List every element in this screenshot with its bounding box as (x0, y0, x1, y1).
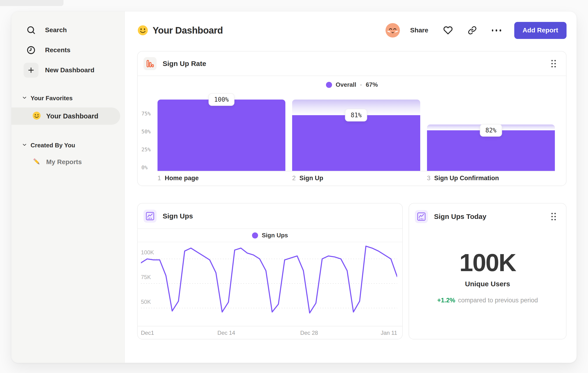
card-header: Sign Up Rate (138, 51, 566, 76)
sidebar-item-recents[interactable]: Recents (11, 43, 125, 58)
step-number: 3 (427, 175, 430, 182)
section-label: Created By You (31, 142, 75, 149)
x-axis-labels: Dec1 Dec 14 Dec 28 Jan 11 (138, 326, 402, 339)
line-chart-icon (144, 210, 157, 223)
funnel-bar-fill (292, 115, 420, 171)
funnel-step-label: 2Sign Up (292, 175, 420, 182)
x-axis-tick: Dec 14 (218, 330, 235, 336)
funnel-bar[interactable]: 81% (292, 100, 420, 171)
main-content: Your Dashboard Share (125, 11, 577, 363)
avatar[interactable] (386, 23, 400, 38)
funnel-step-label: 3Sign Up Confirmation (427, 175, 555, 182)
clock-icon (24, 43, 39, 58)
sidebar-item-label: New Dashboard (45, 66, 94, 74)
sidebar-item-my-reports[interactable]: My Reports (11, 155, 125, 170)
y-axis-tick: 75K (141, 274, 151, 281)
y-axis-tick: 25% (141, 147, 151, 152)
smiley-emoji (32, 111, 41, 121)
y-axis-tick: 50K (141, 299, 151, 305)
card-title: Sign Ups (163, 212, 193, 220)
search-icon (24, 23, 39, 38)
smiley-emoji (137, 25, 148, 36)
share-button[interactable]: Share (410, 27, 428, 34)
legend-overall-value: 67% (366, 81, 378, 88)
sidebar-item-label: Your Dashboard (46, 112, 98, 120)
sidebar-section-your-favorites[interactable]: Your Favorites (11, 93, 125, 103)
stat-delta-note: compared to previous period (458, 297, 538, 304)
sidebar-item-your-dashboard[interactable]: Your Dashboard (11, 108, 120, 125)
y-axis-tick: 0% (141, 165, 148, 171)
add-report-button[interactable]: Add Report (514, 22, 567, 39)
x-axis-tick: Dec1 (141, 330, 154, 336)
funnel-bar-fill (158, 100, 285, 171)
legend-separator: · (360, 81, 362, 88)
sidebar-item-search[interactable]: Search (11, 23, 125, 38)
legend-series-name: Overall (336, 81, 356, 88)
stat-delta: +1.2% (437, 297, 455, 304)
card-title: Sign Up Rate (163, 60, 206, 68)
sign-ups-today-card: Sign Ups Today 100K Unique Users +1.2%co… (409, 203, 567, 339)
x-axis-tick: Dec 28 (300, 330, 318, 336)
sidebar-item-label: Search (45, 26, 67, 34)
sign-ups-line-series[interactable] (141, 242, 397, 326)
chevron-down-icon (22, 95, 27, 101)
funnel-chart: Overall · 67% 75% 50% 25% 0% 100%81%82% … (138, 76, 566, 186)
y-axis-tick: 100K (141, 249, 154, 256)
copy-link-icon[interactable] (468, 26, 477, 35)
line-chart-plot-area: 100K 75K 50K (138, 242, 402, 326)
stat-label: Unique Users (465, 280, 510, 288)
plus-icon (24, 63, 39, 78)
step-name: Home page (165, 175, 199, 182)
stat-value: 100K (459, 249, 516, 277)
conversion-badge: 81% (345, 109, 367, 121)
legend-series-name: Sign Ups (262, 232, 288, 239)
sign-up-rate-card: Sign Up Rate Overall · 67% 75% 50% 25% 0… (137, 51, 567, 186)
sidebar-item-new-dashboard[interactable]: New Dashboard (11, 63, 125, 78)
sign-ups-line[interactable] (141, 246, 397, 313)
dashboard-header: Your Dashboard Share (137, 22, 567, 39)
chevron-down-icon (22, 142, 27, 149)
page-title: Your Dashboard (153, 25, 223, 36)
funnel-step-label: 1Home page (158, 175, 285, 182)
drag-handle-icon[interactable] (551, 60, 556, 67)
funnel-bar[interactable]: 82% (427, 100, 555, 171)
sidebar-item-label: Recents (45, 46, 71, 54)
funnel-legend[interactable]: Overall · 67% (138, 81, 566, 88)
favorite-heart-icon[interactable] (443, 26, 453, 35)
background-window-edge (0, 0, 63, 6)
x-axis-tick: Jan 11 (381, 330, 397, 336)
card-header: Sign Ups (138, 203, 402, 229)
y-axis-tick: 75% (141, 111, 151, 117)
sidebar-item-label: My Reports (46, 158, 82, 166)
funnel-plot-area: 100%81%82% (158, 100, 555, 171)
funnel-bar[interactable]: 100% (158, 100, 285, 171)
app-window: Search Recents New Dashboard (11, 11, 577, 363)
card-title: Sign Ups Today (434, 213, 486, 221)
y-axis-tick: 50% (141, 129, 151, 134)
step-name: Sign Up Confirmation (434, 175, 499, 182)
step-name: Sign Up (299, 175, 323, 182)
line-legend[interactable]: Sign Ups (138, 229, 402, 242)
stat-delta-row: +1.2%compared to previous period (437, 297, 538, 304)
pencil-emoji (32, 157, 41, 167)
sidebar-section-created-by-you[interactable]: Created By You (11, 140, 125, 150)
legend-dot-icon (252, 232, 258, 239)
step-number: 1 (158, 175, 161, 182)
conversion-badge: 100% (209, 93, 234, 106)
legend-dot-icon (326, 82, 332, 88)
more-options-icon[interactable] (492, 26, 501, 35)
bar-chart-icon (144, 57, 157, 70)
step-number: 2 (292, 175, 296, 182)
line-chart-icon (415, 210, 428, 223)
card-header: Sign Ups Today (409, 203, 566, 229)
drag-handle-icon[interactable] (551, 213, 556, 220)
stat-body: 100K Unique Users +1.2%compared to previ… (409, 229, 566, 304)
section-label: Your Favorites (31, 95, 73, 102)
sign-ups-card: Sign Ups Sign Ups 100K 75K 50K Dec1 De (137, 203, 403, 339)
header-actions: Share Add Report (386, 22, 567, 39)
funnel-step-labels: 1Home page2Sign Up3Sign Up Confirmation (158, 175, 555, 182)
sidebar: Search Recents New Dashboard (11, 11, 125, 363)
conversion-badge: 82% (480, 124, 502, 137)
